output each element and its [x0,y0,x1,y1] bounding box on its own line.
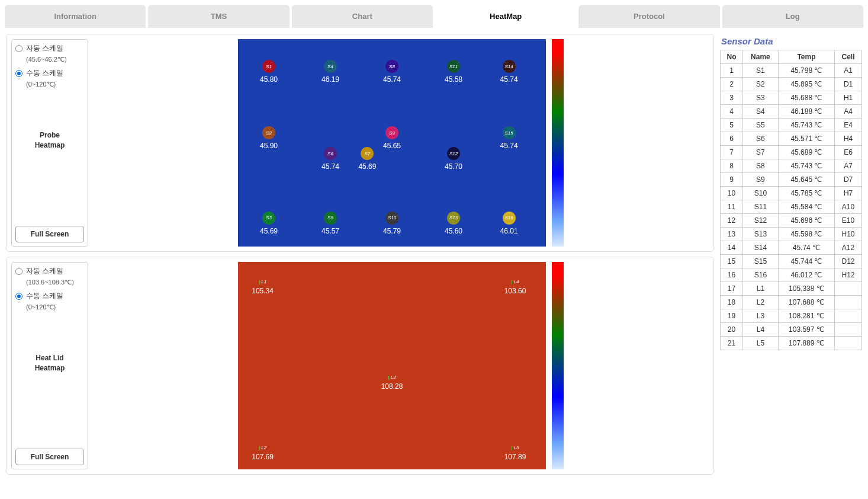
table-cell: 108.281 ℃ [778,309,834,323]
table-row[interactable]: 19L3108.281 ℃ [721,309,862,323]
probe-sensor-s13: S1345.60 [436,212,471,235]
lid-title: Heat Lid Heatmap [15,353,84,373]
sensor-value: 45.69 [251,227,287,235]
table-cell: L3 [742,309,778,323]
table-row[interactable]: 1S145.798 ℃A1 [721,64,862,78]
table-cell: 9 [721,173,743,187]
table-cell: S1 [742,64,778,78]
sensor-dot-icon: S1 [262,60,275,73]
table-cell: 17 [721,282,743,296]
probe-manual-range: (0~120℃) [26,81,84,88]
table-row[interactable]: 8S845.743 ℃A7 [721,159,862,173]
probe-auto-scale-radio[interactable]: 자동 스케일 [15,43,84,53]
probe-sensor-s16: S1646.01 [491,212,527,235]
lid-auto-scale-radio[interactable]: 자동 스케일 [15,266,84,276]
table-cell [835,323,862,337]
table-row[interactable]: 17L1105.338 ℃ [721,282,862,296]
table-row[interactable]: 9S945.645 ℃D7 [721,173,862,187]
sensor-value: 45.79 [374,227,410,235]
table-header: No [721,50,743,64]
table-cell: 5 [721,119,743,132]
table-row[interactable]: 21L5107.889 ℃ [721,337,862,350]
tab-log[interactable]: Log [722,5,863,28]
table-cell: E10 [835,214,862,228]
table-row[interactable]: 3S345.688 ℃H1 [721,91,862,105]
table-row[interactable]: 13S1345.598 ℃H10 [721,228,862,241]
manual-scale-label: 수동 스케일 [26,68,63,78]
table-row[interactable]: 10S1045.785 ℃H7 [721,187,862,200]
probe-sensor-s3: S345.69 [251,212,287,235]
auto-scale-label: 자동 스케일 [26,43,63,53]
table-cell: H1 [835,91,862,105]
sensor-marker-icon: ||L3 [387,374,397,380]
table-cell: 45.689 ℃ [778,146,834,159]
probe-fullscreen-button[interactable]: Full Screen [15,226,84,242]
sensor-value: 45.74 [374,75,410,84]
table-cell: E6 [835,146,862,159]
tab-protocol[interactable]: Protocol [578,5,719,28]
table-row[interactable]: 18L2107.688 ℃ [721,296,862,309]
table-cell: A4 [835,105,862,119]
table-header: Temp [778,50,834,64]
table-row[interactable]: 4S446.188 ℃A4 [721,105,862,119]
tab-information[interactable]: Information [5,5,146,28]
table-cell: 12 [721,214,743,228]
table-row[interactable]: 2S245.895 ℃D1 [721,78,862,91]
sensor-value: 45.74 [313,162,348,171]
table-cell: 18 [721,296,743,309]
table-cell: H12 [835,268,862,282]
sensor-dot-icon: S8 [385,60,398,73]
table-cell: 45.785 ℃ [778,187,834,200]
sensor-data-table: NoNameTempCell 1S145.798 ℃A12S245.895 ℃D… [720,50,862,350]
sensor-marker-icon: ||L4 [510,279,520,284]
table-cell: H10 [835,228,862,241]
sensor-value: 45.57 [313,227,348,235]
lid-fullscreen-button[interactable]: Full Screen [15,449,84,465]
table-cell: 46.012 ℃ [778,268,834,282]
table-cell: 6 [721,132,743,146]
table-cell: A7 [835,159,862,173]
probe-manual-scale-radio[interactable]: 수동 스케일 [15,68,84,78]
table-cell: S9 [742,173,778,187]
sensor-dot-icon: S2 [262,126,275,139]
table-row[interactable]: 14S1445.74 ℃A12 [721,241,862,255]
table-cell: 2 [721,78,743,91]
probe-sensor-s12: S1245.70 [436,147,471,171]
table-cell: 103.597 ℃ [778,323,834,337]
table-row[interactable]: 11S1145.584 ℃A10 [721,200,862,214]
table-row[interactable]: 5S545.743 ℃E4 [721,119,862,132]
tab-heatmap[interactable]: HeatMap [435,5,576,28]
lid-auto-range: (103.6~108.3℃) [26,279,84,286]
table-header: Name [742,50,778,64]
sensor-dot-icon: S16 [503,212,516,225]
table-cell: H4 [835,132,862,146]
table-row[interactable]: 7S745.689 ℃E6 [721,146,862,159]
table-row[interactable]: 20L4103.597 ℃ [721,323,862,337]
sensor-value: 45.60 [436,227,471,235]
lid-sensor-l3: ||L3108.28 [374,374,410,391]
probe-heatmap-wrap: S145.80S446.19S845.74S1145.58S1445.74S24… [93,39,709,247]
table-row[interactable]: 15S1545.744 ℃D12 [721,255,862,268]
table-row[interactable]: 6S645.571 ℃H4 [721,132,862,146]
table-cell: 14 [721,241,743,255]
sensor-dot-icon: S12 [447,147,460,160]
table-cell [835,282,862,296]
probe-sensor-s5: S545.57 [313,212,348,235]
sensor-value: 45.74 [491,75,527,84]
tab-bar: InformationTMSChartHeatMapProtocolLog [0,0,868,28]
lid-manual-scale-radio[interactable]: 수동 스케일 [15,291,84,301]
table-cell: S13 [742,228,778,241]
probe-sensor-s11: S1145.58 [436,60,471,84]
tab-chart[interactable]: Chart [292,5,433,28]
probe-sensor-s10: S1045.79 [374,212,410,235]
lid-colorbar [552,262,564,469]
table-row[interactable]: 16S1646.012 ℃H12 [721,268,862,282]
table-cell: 4 [721,105,743,119]
sensor-dot-icon: S4 [324,60,337,73]
tab-tms[interactable]: TMS [148,5,289,28]
table-cell: 107.688 ℃ [778,296,834,309]
table-row[interactable]: 12S1245.696 ℃E10 [721,214,862,228]
table-cell: 15 [721,255,743,268]
sensor-dot-icon: S5 [324,212,337,225]
sensor-dot-icon: S3 [262,212,275,225]
